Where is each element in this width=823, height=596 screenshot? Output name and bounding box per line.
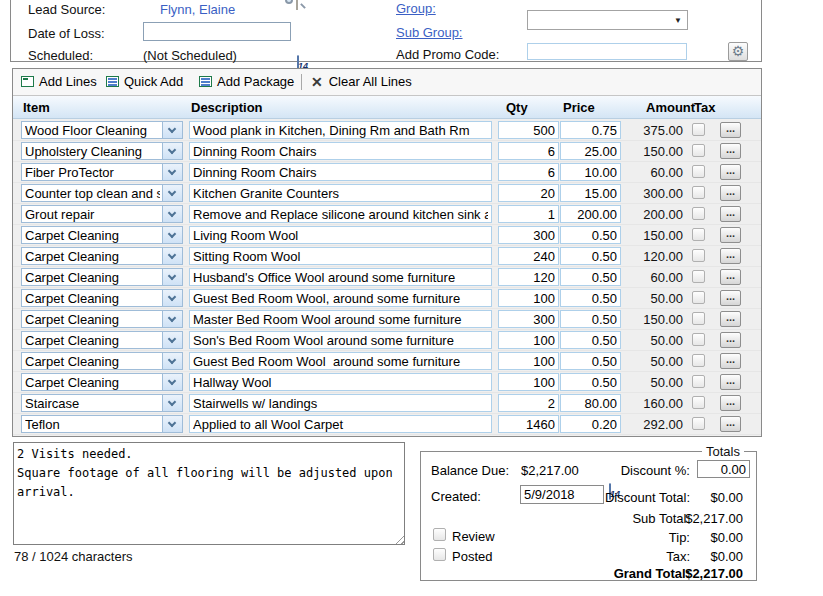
- item-input[interactable]: [22, 164, 163, 180]
- qty-input[interactable]: [498, 310, 559, 328]
- price-input[interactable]: [560, 394, 621, 412]
- description-input[interactable]: [189, 163, 492, 181]
- price-input[interactable]: [560, 247, 621, 265]
- description-input[interactable]: [189, 184, 492, 202]
- item-dropdown-button[interactable]: [162, 122, 182, 138]
- group-link[interactable]: Group:: [396, 1, 436, 16]
- price-input[interactable]: [560, 121, 621, 139]
- row-options-button[interactable]: ...: [720, 332, 741, 348]
- item-dropdown-button[interactable]: [162, 353, 182, 369]
- description-input[interactable]: [189, 331, 492, 349]
- tax-checkbox[interactable]: [692, 333, 705, 346]
- description-input[interactable]: [189, 373, 492, 391]
- qty-input[interactable]: [498, 247, 559, 265]
- description-input[interactable]: [189, 205, 492, 223]
- row-options-button[interactable]: ...: [720, 290, 741, 306]
- qty-input[interactable]: [498, 268, 559, 286]
- item-input[interactable]: [22, 395, 163, 411]
- item-combobox[interactable]: [21, 205, 183, 223]
- description-input[interactable]: [189, 247, 492, 265]
- price-input[interactable]: [560, 205, 621, 223]
- item-combobox[interactable]: [21, 184, 183, 202]
- created-date-input[interactable]: [520, 485, 604, 504]
- row-options-button[interactable]: ...: [720, 143, 741, 159]
- item-input[interactable]: [22, 269, 163, 285]
- item-dropdown-button[interactable]: [162, 374, 182, 390]
- price-input[interactable]: [560, 268, 621, 286]
- item-combobox[interactable]: [21, 415, 183, 433]
- clear-all-lines-button[interactable]: ✕Clear All Lines: [311, 69, 412, 95]
- item-input[interactable]: [22, 416, 163, 432]
- qty-input[interactable]: [498, 394, 559, 412]
- group-select[interactable]: ▼: [527, 10, 688, 30]
- item-combobox[interactable]: [21, 247, 183, 265]
- item-input[interactable]: [22, 290, 163, 306]
- price-input[interactable]: [560, 352, 621, 370]
- item-combobox[interactable]: [21, 310, 183, 328]
- item-combobox[interactable]: [21, 289, 183, 307]
- tax-checkbox[interactable]: [692, 165, 705, 178]
- qty-input[interactable]: [498, 415, 559, 433]
- description-input[interactable]: [189, 289, 492, 307]
- tax-checkbox[interactable]: [692, 375, 705, 388]
- item-input[interactable]: [22, 353, 163, 369]
- lead-source-value-link[interactable]: Flynn, Elaine: [160, 2, 235, 17]
- item-dropdown-button[interactable]: [162, 227, 182, 243]
- tax-checkbox[interactable]: [692, 144, 705, 157]
- description-input[interactable]: [189, 268, 492, 286]
- item-dropdown-button[interactable]: [162, 332, 182, 348]
- item-combobox[interactable]: [21, 331, 183, 349]
- qty-input[interactable]: [498, 331, 559, 349]
- item-dropdown-button[interactable]: [162, 395, 182, 411]
- item-input[interactable]: [22, 185, 163, 201]
- lead-source-search-button[interactable]: [296, 0, 298, 10]
- tax-checkbox[interactable]: [692, 417, 705, 430]
- tax-checkbox[interactable]: [692, 249, 705, 262]
- item-dropdown-button[interactable]: [162, 185, 182, 201]
- notes-textarea[interactable]: 2 Visits needed. Square footage of all f…: [13, 442, 405, 545]
- posted-checkbox[interactable]: [433, 548, 446, 561]
- quick-add-button[interactable]: Quick Add: [106, 69, 183, 95]
- promo-code-input[interactable]: [527, 43, 687, 60]
- qty-input[interactable]: [498, 142, 559, 160]
- item-input[interactable]: [22, 332, 163, 348]
- item-combobox[interactable]: [21, 373, 183, 391]
- price-input[interactable]: [560, 184, 621, 202]
- price-input[interactable]: [560, 163, 621, 181]
- item-combobox[interactable]: [21, 352, 183, 370]
- item-dropdown-button[interactable]: [162, 269, 182, 285]
- tax-checkbox[interactable]: [692, 354, 705, 367]
- item-dropdown-button[interactable]: [162, 164, 182, 180]
- item-combobox[interactable]: [21, 226, 183, 244]
- item-combobox[interactable]: [21, 121, 183, 139]
- tax-checkbox[interactable]: [692, 396, 705, 409]
- description-input[interactable]: [189, 142, 492, 160]
- tax-checkbox[interactable]: [692, 228, 705, 241]
- tax-checkbox[interactable]: [692, 207, 705, 220]
- item-input[interactable]: [22, 122, 163, 138]
- add-package-button[interactable]: Add Package: [199, 69, 294, 95]
- row-options-button[interactable]: ...: [720, 395, 741, 411]
- item-dropdown-button[interactable]: [162, 290, 182, 306]
- description-input[interactable]: [189, 226, 492, 244]
- item-input[interactable]: [22, 248, 163, 264]
- row-options-button[interactable]: ...: [720, 248, 741, 264]
- description-input[interactable]: [189, 352, 492, 370]
- item-dropdown-button[interactable]: [162, 143, 182, 159]
- tax-checkbox[interactable]: [692, 186, 705, 199]
- row-options-button[interactable]: ...: [720, 269, 741, 285]
- price-input[interactable]: [560, 373, 621, 391]
- item-input[interactable]: [22, 227, 163, 243]
- qty-input[interactable]: [498, 226, 559, 244]
- item-input[interactable]: [22, 206, 163, 222]
- row-options-button[interactable]: ...: [720, 311, 741, 327]
- tax-checkbox[interactable]: [692, 123, 705, 136]
- description-input[interactable]: [189, 310, 492, 328]
- item-input[interactable]: [22, 311, 163, 327]
- description-input[interactable]: [189, 121, 492, 139]
- item-input[interactable]: [22, 143, 163, 159]
- item-combobox[interactable]: [21, 394, 183, 412]
- tax-checkbox[interactable]: [692, 291, 705, 304]
- item-combobox[interactable]: [21, 268, 183, 286]
- item-dropdown-button[interactable]: [162, 311, 182, 327]
